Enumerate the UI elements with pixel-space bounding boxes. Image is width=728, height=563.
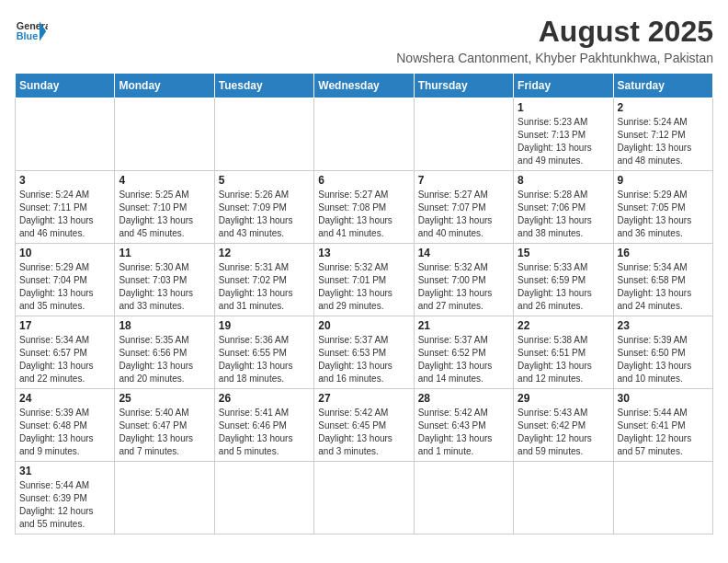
- day-number: 11: [119, 247, 210, 259]
- calendar-week-row: 1Sunrise: 5:23 AM Sunset: 7:13 PM Daylig…: [16, 98, 713, 171]
- day-info: Sunrise: 5:32 AM Sunset: 7:00 PM Dayligh…: [418, 261, 509, 313]
- calendar-cell: 26Sunrise: 5:41 AM Sunset: 6:46 PM Dayli…: [214, 389, 313, 462]
- calendar-cell: 10Sunrise: 5:29 AM Sunset: 7:04 PM Dayli…: [16, 244, 115, 316]
- day-info: Sunrise: 5:39 AM Sunset: 6:48 PM Dayligh…: [19, 407, 110, 458]
- day-number: 20: [318, 319, 409, 332]
- day-number: 2: [618, 101, 709, 114]
- calendar-cell: [414, 98, 513, 171]
- day-info: Sunrise: 5:35 AM Sunset: 6:56 PM Dayligh…: [119, 334, 210, 385]
- day-number: 19: [219, 319, 310, 332]
- day-number: 1: [518, 101, 609, 114]
- weekday-header-friday: Friday: [514, 74, 613, 98]
- calendar-table: SundayMondayTuesdayWednesdayThursdayFrid…: [15, 73, 713, 534]
- weekday-header-sunday: Sunday: [16, 74, 115, 98]
- day-info: Sunrise: 5:26 AM Sunset: 7:09 PM Dayligh…: [219, 189, 310, 240]
- day-info: Sunrise: 5:34 AM Sunset: 6:57 PM Dayligh…: [19, 334, 110, 385]
- day-number: 17: [19, 319, 110, 332]
- weekday-header-tuesday: Tuesday: [214, 74, 313, 98]
- calendar-week-row: 24Sunrise: 5:39 AM Sunset: 6:48 PM Dayli…: [16, 389, 713, 462]
- day-number: 29: [518, 392, 609, 405]
- day-info: Sunrise: 5:42 AM Sunset: 6:43 PM Dayligh…: [418, 407, 509, 458]
- day-info: Sunrise: 5:38 AM Sunset: 6:51 PM Dayligh…: [518, 334, 609, 385]
- calendar-cell: 8Sunrise: 5:28 AM Sunset: 7:06 PM Daylig…: [514, 171, 613, 244]
- calendar-cell: 16Sunrise: 5:34 AM Sunset: 6:58 PM Dayli…: [613, 244, 712, 316]
- calendar-cell: 3Sunrise: 5:24 AM Sunset: 7:11 PM Daylig…: [16, 171, 115, 244]
- day-number: 15: [518, 247, 609, 259]
- day-info: Sunrise: 5:42 AM Sunset: 6:45 PM Dayligh…: [318, 407, 409, 458]
- calendar-cell: [613, 462, 712, 534]
- day-number: 18: [119, 319, 210, 332]
- day-info: Sunrise: 5:31 AM Sunset: 7:02 PM Dayligh…: [219, 261, 310, 313]
- day-number: 9: [618, 174, 709, 187]
- calendar-cell: 20Sunrise: 5:37 AM Sunset: 6:53 PM Dayli…: [314, 316, 414, 389]
- day-number: 23: [618, 319, 709, 332]
- calendar-cell: 25Sunrise: 5:40 AM Sunset: 6:47 PM Dayli…: [115, 389, 214, 462]
- day-number: 7: [418, 174, 509, 187]
- calendar-cell: 30Sunrise: 5:44 AM Sunset: 6:41 PM Dayli…: [613, 389, 712, 462]
- calendar-cell: 24Sunrise: 5:39 AM Sunset: 6:48 PM Dayli…: [16, 389, 115, 462]
- day-info: Sunrise: 5:32 AM Sunset: 7:01 PM Dayligh…: [318, 261, 409, 313]
- calendar-cell: 7Sunrise: 5:27 AM Sunset: 7:07 PM Daylig…: [414, 171, 513, 244]
- calendar-cell: 15Sunrise: 5:33 AM Sunset: 6:59 PM Dayli…: [514, 244, 613, 316]
- svg-text:Blue: Blue: [17, 30, 38, 41]
- generalblue-logo-icon: General Blue: [15, 15, 48, 48]
- calendar-cell: [115, 98, 214, 171]
- day-info: Sunrise: 5:25 AM Sunset: 7:10 PM Dayligh…: [119, 189, 210, 240]
- day-number: 25: [119, 392, 210, 405]
- calendar-cell: 1Sunrise: 5:23 AM Sunset: 7:13 PM Daylig…: [514, 98, 613, 171]
- day-info: Sunrise: 5:23 AM Sunset: 7:13 PM Dayligh…: [518, 116, 609, 167]
- calendar-cell: 29Sunrise: 5:43 AM Sunset: 6:42 PM Dayli…: [514, 389, 613, 462]
- day-info: Sunrise: 5:43 AM Sunset: 6:42 PM Dayligh…: [518, 407, 609, 458]
- calendar-cell: 19Sunrise: 5:36 AM Sunset: 6:55 PM Dayli…: [214, 316, 313, 389]
- calendar-week-row: 10Sunrise: 5:29 AM Sunset: 7:04 PM Dayli…: [16, 244, 713, 316]
- day-info: Sunrise: 5:37 AM Sunset: 6:52 PM Dayligh…: [418, 334, 509, 385]
- day-number: 21: [418, 319, 509, 332]
- calendar-cell: 2Sunrise: 5:24 AM Sunset: 7:12 PM Daylig…: [613, 98, 712, 171]
- day-info: Sunrise: 5:44 AM Sunset: 6:41 PM Dayligh…: [618, 407, 709, 458]
- calendar-cell: [214, 462, 313, 534]
- calendar-cell: 12Sunrise: 5:31 AM Sunset: 7:02 PM Dayli…: [214, 244, 313, 316]
- calendar-cell: 28Sunrise: 5:42 AM Sunset: 6:43 PM Dayli…: [414, 389, 513, 462]
- day-info: Sunrise: 5:30 AM Sunset: 7:03 PM Dayligh…: [119, 261, 210, 313]
- day-info: Sunrise: 5:40 AM Sunset: 6:47 PM Dayligh…: [119, 407, 210, 458]
- day-number: 14: [418, 247, 509, 259]
- weekday-header-wednesday: Wednesday: [314, 74, 414, 98]
- day-number: 24: [19, 392, 110, 405]
- calendar-cell: 17Sunrise: 5:34 AM Sunset: 6:57 PM Dayli…: [16, 316, 115, 389]
- day-number: 27: [318, 392, 409, 405]
- day-number: 10: [19, 247, 110, 259]
- day-number: 4: [119, 174, 210, 187]
- calendar-cell: 31Sunrise: 5:44 AM Sunset: 6:39 PM Dayli…: [16, 462, 115, 534]
- day-info: Sunrise: 5:24 AM Sunset: 7:12 PM Dayligh…: [618, 116, 709, 167]
- day-number: 16: [618, 247, 709, 259]
- calendar-cell: 9Sunrise: 5:29 AM Sunset: 7:05 PM Daylig…: [613, 171, 712, 244]
- calendar-week-row: 3Sunrise: 5:24 AM Sunset: 7:11 PM Daylig…: [16, 171, 713, 244]
- calendar-cell: [16, 98, 115, 171]
- calendar-cell: [314, 462, 414, 534]
- calendar-cell: 18Sunrise: 5:35 AM Sunset: 6:56 PM Dayli…: [115, 316, 214, 389]
- day-number: 22: [518, 319, 609, 332]
- weekday-header-saturday: Saturday: [613, 74, 712, 98]
- calendar-cell: 13Sunrise: 5:32 AM Sunset: 7:01 PM Dayli…: [314, 244, 414, 316]
- day-number: 8: [518, 174, 609, 187]
- calendar-cell: [514, 462, 613, 534]
- day-info: Sunrise: 5:33 AM Sunset: 6:59 PM Dayligh…: [518, 261, 609, 313]
- day-info: Sunrise: 5:28 AM Sunset: 7:06 PM Dayligh…: [518, 189, 609, 240]
- day-info: Sunrise: 5:29 AM Sunset: 7:04 PM Dayligh…: [19, 261, 110, 313]
- day-info: Sunrise: 5:27 AM Sunset: 7:08 PM Dayligh…: [318, 189, 409, 240]
- calendar-cell: [314, 98, 414, 171]
- logo: General Blue: [15, 15, 48, 48]
- day-info: Sunrise: 5:34 AM Sunset: 6:58 PM Dayligh…: [618, 261, 709, 313]
- day-info: Sunrise: 5:24 AM Sunset: 7:11 PM Dayligh…: [19, 189, 110, 240]
- calendar-cell: 4Sunrise: 5:25 AM Sunset: 7:10 PM Daylig…: [115, 171, 214, 244]
- day-number: 5: [219, 174, 310, 187]
- day-info: Sunrise: 5:36 AM Sunset: 6:55 PM Dayligh…: [219, 334, 310, 385]
- weekday-header-row: SundayMondayTuesdayWednesdayThursdayFrid…: [16, 74, 713, 98]
- day-info: Sunrise: 5:27 AM Sunset: 7:07 PM Dayligh…: [418, 189, 509, 240]
- day-info: Sunrise: 5:37 AM Sunset: 6:53 PM Dayligh…: [318, 334, 409, 385]
- calendar-cell: 21Sunrise: 5:37 AM Sunset: 6:52 PM Dayli…: [414, 316, 513, 389]
- day-number: 30: [618, 392, 709, 405]
- day-info: Sunrise: 5:29 AM Sunset: 7:05 PM Dayligh…: [618, 189, 709, 240]
- calendar-cell: 11Sunrise: 5:30 AM Sunset: 7:03 PM Dayli…: [115, 244, 214, 316]
- location-subtitle: Nowshera Cantonment, Khyber Pakhtunkhwa,…: [396, 51, 713, 65]
